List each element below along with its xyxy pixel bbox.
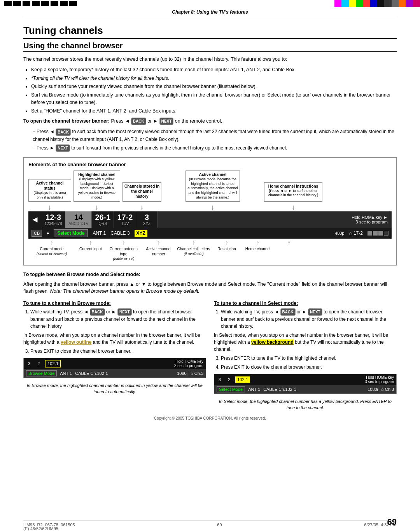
toggle-title: To toggle between Browse mode and Select… bbox=[23, 272, 140, 277]
mini-s-hold-key: Hold HOME key3 sec to program bbox=[365, 375, 394, 384]
reg-sq-7 bbox=[60, 1, 68, 6]
dash-item-1: – Press ◄ BACK to surf back from the mos… bbox=[33, 128, 397, 142]
browse-step-2: In Browse mode, when you stop on a chann… bbox=[23, 332, 206, 346]
top-labels-row: Active channel status (Displays in this … bbox=[28, 171, 392, 201]
bot-label-active-ch: Active channel number bbox=[141, 246, 176, 261]
bottom-arrows-row: ↑ ↑ ↑ ↑ ↑ ↑ ↑ ↑ bbox=[28, 239, 392, 246]
reg-sq-3 bbox=[23, 1, 30, 6]
dot-box-4 bbox=[384, 231, 388, 236]
browse-mini-banner: 3 2 102-1 Hold HOME key3 sec to program … bbox=[23, 358, 206, 378]
select-mini-caption: In Select mode, the highlighted channel … bbox=[214, 397, 397, 412]
color-seg-black bbox=[377, 0, 384, 7]
color-seg-green bbox=[356, 0, 363, 7]
color-seg-blue bbox=[370, 0, 377, 7]
ch-name-2: ABCD-DTV bbox=[68, 222, 88, 226]
ch-name-3: QRS bbox=[99, 222, 107, 226]
home-ch-num: 17-2 bbox=[354, 230, 363, 236]
diagram-wrapper: Active channel status (Displays in this … bbox=[28, 171, 392, 261]
mini-resolution-browse: 1080i bbox=[177, 371, 187, 376]
next-btn-icon: NEXT bbox=[159, 118, 174, 125]
next-btn-icon-2: NEXT bbox=[56, 144, 70, 152]
back-icon-select: BACK bbox=[280, 308, 296, 316]
arrow-down-4: ↓ bbox=[186, 203, 240, 211]
arrow-up-6: ↑ bbox=[211, 239, 242, 246]
mini-s-ch-102-1: 102-1 bbox=[235, 376, 250, 383]
status-home-ch: ⌂ 17-2 bbox=[349, 230, 363, 236]
arrow-down-1: ↓ bbox=[28, 203, 71, 211]
bot-label-input: Current input bbox=[75, 246, 106, 261]
section-title: Using the channel browser bbox=[23, 41, 397, 52]
select-step-2: In Select mode, when you stop on a chann… bbox=[214, 332, 397, 353]
mini-ch-2: 2 bbox=[35, 360, 42, 367]
back-icon-browse: BACK bbox=[90, 308, 105, 316]
ch-num-5: 3 bbox=[145, 213, 149, 221]
browse-mini-caption: In Browse mode, the highlighted channel … bbox=[23, 381, 206, 396]
browse-title: To tune to a channel in Browse mode: bbox=[23, 301, 206, 306]
bullet-4: Set a "HOME" channel for the ANT 1, ANT … bbox=[31, 107, 397, 115]
mini-ch-3: 3 bbox=[26, 360, 32, 367]
top-reg-marks bbox=[0, 0, 117, 7]
select-mode-col: To tune to a channel in Select mode: Whi… bbox=[214, 301, 397, 412]
bot-label-call-letters: Channel call letters (if available) bbox=[176, 246, 211, 261]
cb-icon: CB bbox=[32, 230, 42, 237]
browse-step-1: While watching TV, press ◄ BACK or ► NEX… bbox=[30, 308, 206, 330]
select-steps: While watching TV, press ◄ BACK or ► NEX… bbox=[221, 308, 397, 371]
channel-cell-3: 26-1 QRS bbox=[92, 211, 114, 228]
label-active-status: Active channel status (Displays in this … bbox=[28, 179, 71, 201]
dot-box-1 bbox=[368, 231, 372, 236]
status-antenna: CABLE 3 bbox=[110, 230, 130, 236]
browse-mini-ch-bar: 3 2 102-1 Hold HOME key3 sec to program bbox=[24, 358, 206, 369]
banner-section-title: Elements of the channel browser banner bbox=[28, 162, 392, 167]
color-seg-yellow bbox=[349, 0, 356, 7]
arrow-up-2: ↑ bbox=[75, 239, 106, 246]
mini-s-home-ch: ⌂ Ch.3 bbox=[381, 387, 394, 392]
ch-num-3: 26-1 bbox=[95, 213, 110, 221]
select-step-4: Press EXIT to close the channel browser … bbox=[221, 364, 397, 371]
channel-cell-4: 17-2 TUV bbox=[114, 211, 136, 228]
back-btn-icon: BACK bbox=[131, 118, 146, 125]
reg-sq-2 bbox=[13, 1, 21, 6]
label-highlighted-channel: Highlighted channel (Displays with a yel… bbox=[74, 171, 120, 201]
page-wrapper: Chapter 8: Using the TV's features Tunin… bbox=[0, 0, 420, 531]
mini-home-ch-browse: ⌂ Ch.3 bbox=[191, 371, 203, 376]
arrow-up-8: ↑ bbox=[273, 239, 304, 246]
top-color-bar bbox=[334, 0, 420, 7]
mini-s-ant-1: ANT 1 bbox=[248, 387, 260, 392]
back-btn-icon-2: BACK bbox=[56, 128, 71, 136]
dot-box-2 bbox=[373, 231, 378, 236]
bot-label-mode: Current mode (Select or Browse) bbox=[28, 246, 75, 261]
toggle-text: To toggle between Browse mode and Select… bbox=[23, 271, 397, 278]
banner-home-section: Hold HOME key ► 3 sec to program bbox=[158, 211, 392, 228]
status-active-ch: XYZ bbox=[135, 230, 147, 237]
color-seg-gray bbox=[392, 0, 399, 7]
model-text: (E) 46/52/62HM95 bbox=[23, 526, 58, 531]
select-mini-banner: 3 2 102-1 Hold HOME key3 sec to program … bbox=[214, 374, 397, 394]
bot-label-resolution: Resolution bbox=[211, 246, 242, 261]
ch-num-2: 14 bbox=[74, 213, 83, 221]
ch-name-1: 12345678 bbox=[45, 222, 62, 226]
chapter-title: Chapter 8: Using the TV's features bbox=[172, 9, 248, 15]
bot-label-home-ch: Home channel bbox=[242, 246, 273, 261]
home-icon: ⌂ bbox=[349, 230, 352, 236]
ch-num-1: 12-3 bbox=[46, 213, 61, 221]
mini-s-resolution: 1080i bbox=[368, 387, 378, 392]
main-content: Chapter 8: Using the TV's features Tunin… bbox=[0, 0, 420, 436]
next-icon-select: NEXT bbox=[308, 308, 322, 316]
label-active-channel: Active channel (In Browse mode, because … bbox=[186, 171, 240, 201]
bullet-list: Keep a separate, temporary* history of t… bbox=[31, 66, 397, 115]
mini-s-cable: CABLE Ch.102-1 bbox=[263, 387, 296, 392]
channel-banner: ◄ 12-3 12345678 14 ABCD-DTV 26-1 QRS 17 bbox=[28, 211, 392, 228]
copyright-text: Copyright © 2005 TOSHIBA CORPORATION. Al… bbox=[23, 416, 397, 420]
select-step-1: While watching TV, press ◄ BACK or ► NEX… bbox=[221, 308, 397, 330]
page-title: Tuning channels bbox=[23, 25, 397, 39]
bullet-3: Surf via Browse mode (to immediately tun… bbox=[31, 91, 397, 106]
arrow-up-1: ↑ bbox=[28, 239, 75, 246]
select-mode-bar: CB ♦ Select Mode ANT 1 CABLE 3 XYZ 480p … bbox=[28, 228, 392, 239]
hold-home-key-sub: 3 sec to program bbox=[161, 220, 388, 224]
bullet-2: Quickly surf and tune your recently view… bbox=[31, 83, 397, 90]
hold-home-key-text: Hold HOME key ► bbox=[161, 215, 388, 220]
arrow-down-3: ↓ bbox=[122, 203, 161, 211]
browse-mini-mode-bar: Browse Mode ANT 1 CABLE Ch.102-1 1080i ⌂… bbox=[24, 369, 206, 378]
mode-diamond-icon: ♦ bbox=[47, 230, 49, 236]
mini-hold-key: Hold HOME key3 sec to program bbox=[174, 359, 203, 368]
